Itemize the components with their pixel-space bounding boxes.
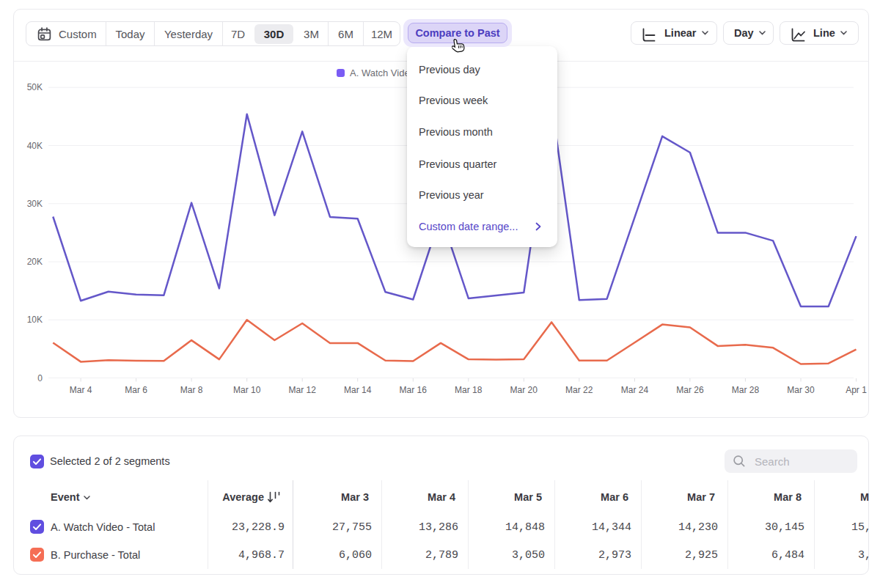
svg-text:50K: 50K [27, 82, 43, 92]
svg-text:Mar 4: Mar 4 [70, 385, 92, 395]
svg-text:30K: 30K [27, 199, 43, 209]
svg-text:Mar 8: Mar 8 [180, 385, 203, 395]
svg-text:Mar 12: Mar 12 [289, 385, 317, 395]
svg-text:Apr 1: Apr 1 [846, 385, 867, 395]
svg-text:10K: 10K [27, 315, 43, 325]
svg-text:Mar 28: Mar 28 [732, 385, 760, 395]
svg-text:Mar 24: Mar 24 [621, 385, 649, 395]
svg-text:Mar 18: Mar 18 [455, 385, 483, 395]
svg-text:Mar 26: Mar 26 [676, 385, 704, 395]
svg-text:Mar 6: Mar 6 [125, 385, 147, 395]
svg-text:Mar 30: Mar 30 [787, 385, 815, 395]
svg-text:Mar 10: Mar 10 [233, 385, 261, 395]
svg-text:Mar 20: Mar 20 [510, 385, 538, 395]
svg-text:0: 0 [37, 373, 43, 383]
svg-text:Mar 14: Mar 14 [344, 385, 372, 395]
svg-text:Mar 22: Mar 22 [565, 385, 593, 395]
svg-text:40K: 40K [27, 141, 43, 151]
svg-text:20K: 20K [27, 257, 43, 267]
svg-text:Mar 16: Mar 16 [400, 385, 428, 395]
